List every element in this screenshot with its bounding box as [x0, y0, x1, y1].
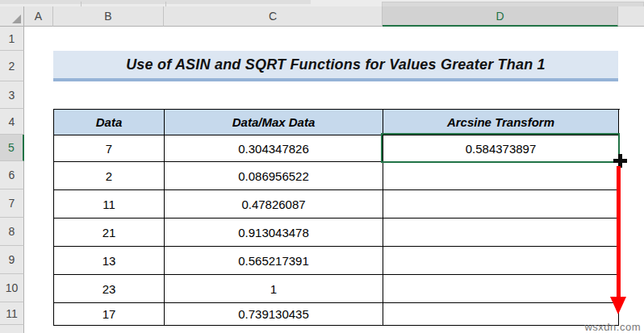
cell-D10[interactable]: [383, 275, 619, 303]
column-header-row: A B C D: [0, 6, 644, 27]
cell-D7[interactable]: [383, 190, 619, 219]
cell-B7[interactable]: 11: [54, 190, 165, 219]
row-header-5-selected[interactable]: 5: [0, 135, 24, 161]
cell-C7[interactable]: 0.47826087: [165, 190, 383, 219]
col-header-C[interactable]: C: [164, 6, 383, 27]
header-cell-arcsine[interactable]: Arcsine Transform: [383, 110, 619, 135]
page-title: Use of ASIN and SQRT Functions for Value…: [126, 56, 546, 73]
header-cell-data[interactable]: Data: [54, 110, 165, 135]
row-header-9[interactable]: 9: [0, 246, 24, 274]
drag-down-arrow-line: [617, 166, 621, 297]
cell-B11[interactable]: 17: [54, 303, 165, 326]
cell-D6[interactable]: [383, 162, 619, 190]
col-header-A[interactable]: A: [24, 6, 53, 27]
select-all-triangle-icon: [12, 15, 21, 23]
cell-B8[interactable]: 21: [54, 219, 165, 247]
row-header-8[interactable]: 8: [0, 218, 24, 246]
title-cell[interactable]: Use of ASIN and SQRT Functions for Value…: [53, 51, 618, 81]
cell-C11[interactable]: 0.739130435: [165, 303, 383, 326]
excel-window: A B C D 1 2 3 4 5 6 7 8 9 10 11 Use of A…: [0, 0, 644, 333]
row-header-1[interactable]: 1: [0, 27, 24, 51]
formula-bar-edge: [0, 0, 644, 6]
cell-D8[interactable]: [383, 219, 619, 247]
cell-B10[interactable]: 23: [54, 275, 165, 303]
col-header-D-selected[interactable]: D: [383, 6, 618, 27]
cell-C5[interactable]: 0.304347826: [165, 135, 383, 162]
header-cell-datamax[interactable]: Data/Max Data: [165, 110, 383, 135]
cell-B5[interactable]: 7: [54, 135, 165, 162]
watermark-text: wsxdn.com: [584, 321, 641, 333]
cell-B9[interactable]: 13: [54, 247, 165, 275]
cell-C6[interactable]: 0.086956522: [165, 162, 383, 190]
row-header-7[interactable]: 7: [0, 189, 24, 218]
row-header-6[interactable]: 6: [0, 161, 24, 189]
cell-C10[interactable]: 1: [165, 275, 383, 303]
row-header-4[interactable]: 4: [0, 109, 24, 135]
row-header-11[interactable]: 11: [0, 302, 24, 325]
active-cell-selection-border: [381, 133, 620, 163]
col-header-B[interactable]: B: [53, 6, 164, 27]
drag-down-arrow-head-icon: [610, 297, 626, 314]
cell-C8[interactable]: 0.913043478: [165, 219, 383, 247]
row-header-12-partial[interactable]: [0, 325, 24, 333]
cell-C9[interactable]: 0.565217391: [165, 247, 383, 275]
col-header-E-partial[interactable]: [618, 6, 644, 27]
cell-B6[interactable]: 2: [54, 162, 165, 190]
row-header-column: 1 2 3 4 5 6 7 8 9 10 11: [0, 27, 24, 333]
select-all-button[interactable]: [0, 6, 24, 27]
row-header-10[interactable]: 10: [0, 274, 24, 302]
cell-D9[interactable]: [383, 247, 619, 275]
row-header-2[interactable]: 2: [0, 51, 24, 81]
formula-bar-segment: [0, 0, 311, 4]
row-header-3[interactable]: 3: [0, 81, 24, 109]
